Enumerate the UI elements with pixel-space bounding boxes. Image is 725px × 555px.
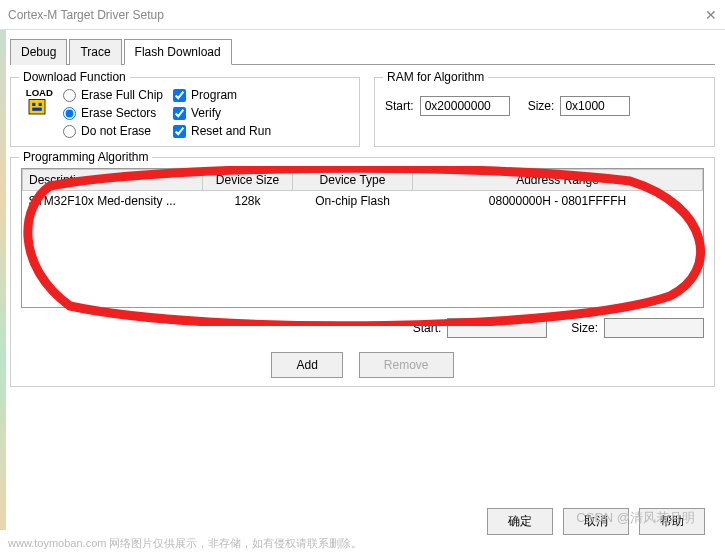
svg-rect-1 — [29, 100, 45, 114]
col-device-size[interactable]: Device Size — [203, 170, 293, 191]
titlebar: Cortex-M Target Driver Setup ✕ — [0, 0, 725, 30]
svg-rect-2 — [32, 103, 35, 106]
ok-button[interactable]: 确定 — [487, 508, 553, 535]
check-program[interactable]: Program — [173, 88, 271, 102]
svg-rect-4 — [32, 108, 42, 111]
close-icon[interactable]: ✕ — [705, 7, 717, 23]
algo-start-label: Start: — [413, 321, 442, 335]
help-button[interactable]: 帮助 — [639, 508, 705, 535]
ram-title: RAM for Algorithm — [383, 70, 488, 84]
algo-start-input[interactable] — [447, 318, 547, 338]
download-function-group: Download Function LOAD Erase Full Chip E… — [10, 77, 360, 147]
cell-device-size: 128k — [203, 191, 293, 212]
col-device-type[interactable]: Device Type — [293, 170, 413, 191]
algorithm-table[interactable]: Description Device Size Device Type Addr… — [21, 168, 704, 308]
tab-flash-download[interactable]: Flash Download — [124, 39, 232, 65]
col-description[interactable]: Description — [23, 170, 203, 191]
cell-description: STM32F10x Med-density ... — [23, 191, 203, 212]
table-row[interactable]: STM32F10x Med-density ... 128k On-chip F… — [23, 191, 703, 212]
load-icon: LOAD — [21, 90, 53, 122]
edge-decoration — [0, 30, 6, 530]
tab-strip: Debug Trace Flash Download — [10, 38, 715, 65]
check-verify[interactable]: Verify — [173, 106, 271, 120]
tab-debug[interactable]: Debug — [10, 39, 67, 65]
tab-trace[interactable]: Trace — [69, 39, 121, 65]
watermark-left: www.toymoban.com 网络图片仅供展示，非存储，如有侵权请联系删除。 — [8, 536, 362, 551]
ram-for-algorithm-group: RAM for Algorithm Start: Size: — [374, 77, 715, 147]
programming-algorithm-group: Programming Algorithm Description Device… — [10, 157, 715, 387]
cell-device-type: On-chip Flash — [293, 191, 413, 212]
add-button[interactable]: Add — [271, 352, 342, 378]
ram-size-label: Size: — [528, 99, 555, 113]
svg-rect-3 — [39, 103, 42, 106]
ram-start-label: Start: — [385, 99, 414, 113]
ram-size-input[interactable] — [560, 96, 630, 116]
algo-size-label: Size: — [571, 321, 598, 335]
radio-erase-full-chip[interactable]: Erase Full Chip — [63, 88, 163, 102]
cell-address-range: 08000000H - 0801FFFFH — [413, 191, 703, 212]
window-title: Cortex-M Target Driver Setup — [8, 8, 164, 22]
radio-do-not-erase[interactable]: Do not Erase — [63, 124, 163, 138]
cancel-button[interactable]: 取消 — [563, 508, 629, 535]
algo-size-input[interactable] — [604, 318, 704, 338]
download-function-title: Download Function — [19, 70, 130, 84]
svg-text:LOAD: LOAD — [26, 90, 53, 98]
remove-button[interactable]: Remove — [359, 352, 454, 378]
col-address-range[interactable]: Address Range — [413, 170, 703, 191]
radio-erase-sectors[interactable]: Erase Sectors — [63, 106, 163, 120]
ram-start-input[interactable] — [420, 96, 510, 116]
prog-algo-title: Programming Algorithm — [19, 150, 152, 164]
check-reset-and-run[interactable]: Reset and Run — [173, 124, 271, 138]
